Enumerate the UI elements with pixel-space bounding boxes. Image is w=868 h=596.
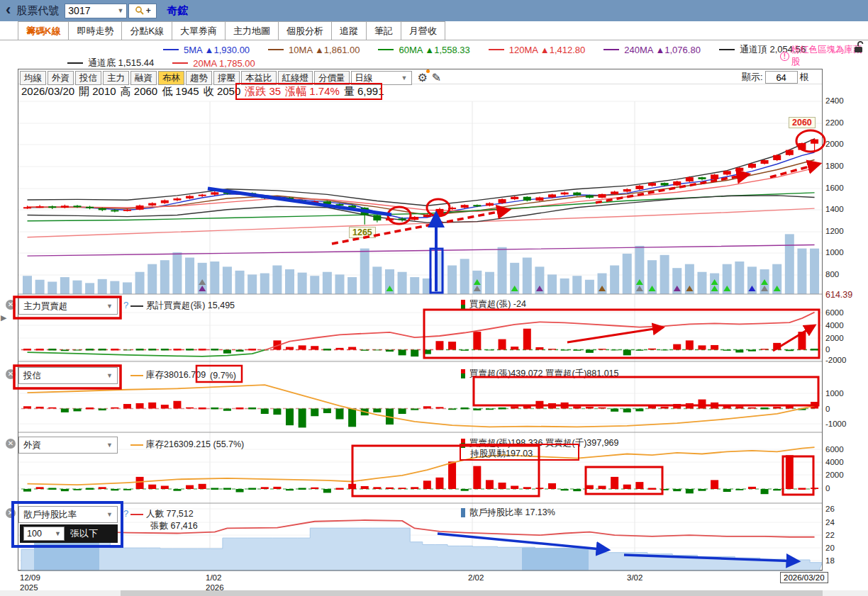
p4-axis-label: 26 (825, 505, 835, 513)
panel-legend-left: 人數 77,512 (130, 508, 194, 520)
ma-legend-text: 通道底 1,515.44 (88, 57, 154, 69)
p1-axis-label: 2000 (825, 334, 844, 342)
toolbtn-10[interactable]: 分價量 (314, 71, 350, 85)
tab-4[interactable]: 主力地圖 (225, 21, 279, 40)
ma-legend-text: 20MA 1,785.00 (193, 58, 255, 69)
stock-name-link[interactable]: 奇鋐 (167, 4, 188, 18)
display-unit: 根 (800, 71, 809, 84)
tab-1[interactable]: 即時走勢 (68, 21, 122, 40)
xaxis-label: 2/02 (468, 573, 484, 582)
line-swatch-icon (163, 49, 179, 50)
toolbtn-3[interactable]: 主力 (103, 71, 129, 85)
tab-0[interactable]: 籌碼K線 (18, 21, 69, 40)
ma-legend-row2: 通道底 1,515.4420MA 1,785.00 (67, 57, 274, 69)
line-swatch-icon (130, 375, 143, 376)
xaxis-year-label: 2025 (20, 583, 38, 592)
search-icon (135, 6, 145, 16)
close-panel-icon[interactable]: ✕ (6, 369, 16, 379)
top-bar: ‹ 股票代號 3017 ▼ + 奇鋐 (0, 0, 868, 21)
panel-legend-right: 買賣超(張) -24 (461, 298, 526, 310)
help-icon[interactable]: ? (123, 508, 128, 519)
period-select[interactable]: 日線▼ (351, 71, 412, 85)
xaxis-label: 1/02 (206, 573, 221, 582)
tab-2[interactable]: 分點K線 (121, 21, 172, 40)
chip-kline-app: ‹ 股票代號 3017 ▼ + 奇鋐 籌碼K線即時走勢分點K線大單券商主力地圖個… (0, 0, 868, 596)
price-axis-label: 1200 (825, 227, 844, 235)
toolbtn-8[interactable]: 本益比 (241, 71, 277, 85)
toolbtn-7[interactable]: 撐壓 (213, 71, 240, 85)
ohlc-part-5: 漲幅 1.74% (285, 85, 340, 97)
toolbtn-4[interactable]: 融資 (130, 71, 157, 85)
p4-axis-label: 22 (825, 531, 835, 539)
p1-axis-label: 4000 (825, 321, 844, 330)
info-icon: ! (780, 52, 789, 61)
ohlc-readout: 2026/03/20開 2010高 2060低 1945收 2050漲跌 35漲… (21, 85, 389, 99)
p1-axis-label: 0 (825, 345, 830, 354)
close-panel-icon[interactable]: ✕ (6, 439, 16, 449)
panel-legend-left: 累計買賣超(張) 15,495 (130, 300, 235, 312)
close-panel-icon[interactable]: ✕ (6, 508, 16, 518)
chevron-down-icon: ▼ (55, 530, 61, 537)
line-swatch-icon (130, 514, 143, 515)
pencil-icon[interactable]: ✎ (432, 71, 441, 85)
p1-axis-label: -2000 (825, 356, 846, 364)
price-axis-label: 1400 (825, 205, 844, 213)
ma-legend-item: 5MA ▲1,930.00 (163, 45, 250, 55)
panel-select-2[interactable]: 外資▼ (18, 437, 118, 454)
horizontal-scrollbar[interactable] (0, 590, 868, 596)
toolbtn-1[interactable]: 外資 (48, 71, 74, 85)
chevron-down-icon: ▼ (106, 442, 113, 449)
toolbtn-9[interactable]: 紅綠燈 (278, 71, 313, 85)
price-tooltip: 2060 (789, 117, 816, 128)
ohlc-date: 2026/03/20 (21, 85, 74, 97)
tab-5[interactable]: 個股分析 (278, 21, 332, 40)
tab-8[interactable]: 月營收 (401, 21, 445, 40)
chevron-down-icon: ▼ (106, 372, 113, 379)
panel-legend-left2: 張數 67,416 (150, 520, 198, 532)
toolbtn-5[interactable]: 布林 (158, 71, 184, 85)
line-swatch-icon (489, 49, 504, 50)
search-button[interactable]: + (128, 4, 157, 18)
chevron-down-icon: ▼ (106, 303, 113, 310)
panel-legend-right: 散戶持股比率 17.13% (461, 507, 555, 519)
xaxis-label: 12/09 (20, 573, 40, 582)
ma-legend-item: 20MA 1,785.00 (172, 58, 255, 69)
tab-3[interactable]: 大單券商 (172, 21, 226, 40)
toolbtn-6[interactable]: 趨勢 (186, 71, 212, 85)
ohlc-part-1: 高 2060 (121, 85, 158, 97)
price-axis-label: 1000 (825, 248, 844, 257)
gear-icon[interactable]: ⚙ (418, 71, 428, 85)
close-panel-icon[interactable]: ✕ (6, 300, 16, 310)
p4-axis-label: 18 (825, 556, 835, 565)
tab-6[interactable]: 追蹤 (331, 21, 367, 40)
p4-axis-label: 20 (825, 544, 835, 552)
p2-axis-label: 0 (825, 405, 830, 413)
ohlc-part-3: 收 2050 (204, 85, 241, 97)
toolbtn-0[interactable]: 均線 (20, 71, 46, 85)
sidebar-expander-icon[interactable]: ▶ (1, 313, 6, 322)
bar-swatch-icon (461, 369, 465, 378)
p3-axis-label: 6000 (825, 445, 844, 454)
display-label: 顯示: (742, 71, 763, 84)
help-icon[interactable]: ? (123, 300, 128, 310)
tab-7[interactable]: 筆記 (366, 21, 401, 40)
chart-toolbar: 均線外資投信主力融資布林趨勢撐壓本益比紅綠燈分價量日線▼⚙✎ (20, 71, 441, 85)
ohlc-part-2: 低 1945 (162, 85, 199, 97)
toolbtn-2[interactable]: 投信 (75, 71, 101, 85)
stock-code-input[interactable]: 3017 ▼ (65, 4, 127, 18)
panel-select-1[interactable]: 投信▼ (18, 367, 118, 384)
holding-change-label: 持股異動197.03 (470, 448, 533, 460)
scrollbar-thumb[interactable] (121, 590, 823, 596)
unlock-icon[interactable] (853, 41, 864, 54)
panel-select-3[interactable]: 散戶持股比率▼ (18, 506, 118, 523)
display-count-input[interactable] (765, 71, 798, 84)
plus-icon: + (146, 6, 151, 16)
ma-legend-text: 120MA ▲1,412.80 (509, 45, 586, 55)
back-chevron-icon[interactable]: ‹ (6, 1, 11, 19)
threshold-select[interactable]: 100▼ (23, 527, 65, 541)
price-axis-label: 800 (825, 270, 839, 279)
line-swatch-icon (268, 49, 284, 50)
panel-select-0[interactable]: 主力買賣超▼ (18, 298, 118, 315)
price-tooltip: 1265 (349, 227, 376, 238)
price-axis-label: 1800 (825, 162, 844, 170)
